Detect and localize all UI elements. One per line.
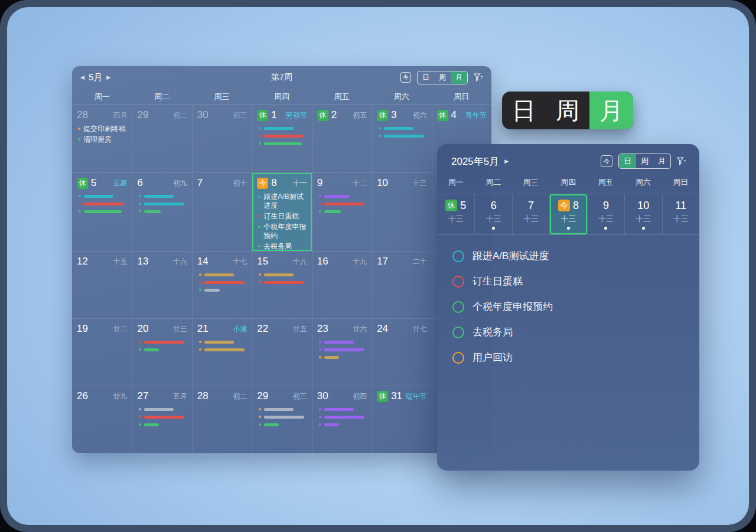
event-bar[interactable]: [139, 194, 187, 198]
calendar-day-cell[interactable]: 21小满: [192, 318, 252, 386]
event-bar[interactable]: [79, 194, 127, 198]
calendar-day-cell[interactable]: 9十二: [312, 172, 372, 251]
event-bar[interactable]: [139, 340, 187, 344]
panel-day-cell[interactable]: 10十三: [624, 194, 662, 234]
event-bar[interactable]: [319, 355, 367, 359]
calendar-day-cell[interactable]: 6初九: [132, 172, 191, 251]
calendar-day-cell[interactable]: 30初三: [192, 105, 252, 172]
calendar-day-cell[interactable]: 13十六: [132, 251, 191, 318]
calendar-day-cell[interactable]: 29初三: [252, 386, 311, 453]
event-bar[interactable]: [139, 415, 187, 419]
calendar-day-cell[interactable]: 休1劳动节: [252, 105, 311, 172]
panel-view-option[interactable]: 日: [619, 154, 636, 168]
event-bar[interactable]: [259, 126, 307, 130]
event-bar[interactable]: [139, 202, 187, 205]
task-item[interactable]: 个税年度申报预约: [452, 300, 684, 314]
calendar-day-cell[interactable]: 15十八: [252, 251, 311, 318]
calendar-day-cell[interactable]: 休5立夏: [72, 172, 132, 251]
task-item[interactable]: 去税务局: [452, 325, 684, 339]
view-option[interactable]: 日: [418, 71, 434, 84]
callout-option[interactable]: 周: [546, 92, 589, 129]
event-bar[interactable]: [199, 288, 247, 292]
calendar-day-cell[interactable]: 休3初六: [372, 105, 431, 172]
event-bar[interactable]: [259, 407, 307, 411]
filter-icon[interactable]: [474, 73, 483, 81]
event-bar[interactable]: [319, 202, 367, 205]
calendar-day-cell[interactable]: 28四月提交印刷终稿清理厨房: [72, 105, 132, 172]
event-bar[interactable]: [259, 423, 307, 426]
panel-day-cell[interactable]: 11十三: [662, 194, 699, 234]
panel-view-option[interactable]: 月: [653, 154, 670, 168]
event-bar[interactable]: [139, 210, 187, 213]
calendar-day-cell[interactable]: 23廿六: [312, 318, 372, 386]
event-bar[interactable]: [139, 348, 187, 351]
panel-next-icon[interactable]: ▶: [504, 158, 509, 164]
panel-today-button[interactable]: 今: [601, 155, 612, 167]
panel-day-cell[interactable]: 6十三: [474, 194, 511, 234]
calendar-day-cell[interactable]: 27五月: [132, 386, 191, 453]
calendar-day-cell[interactable]: 22廿五: [252, 318, 311, 386]
cell-task[interactable]: 去税务局: [258, 242, 307, 251]
task-checkbox[interactable]: [452, 327, 464, 338]
callout-option[interactable]: 日: [502, 92, 546, 129]
event-bar[interactable]: [259, 280, 307, 284]
event-bar[interactable]: [259, 273, 307, 276]
calendar-day-cell[interactable]: 7初十: [192, 172, 252, 251]
calendar-day-cell[interactable]: 20廿三: [132, 318, 191, 386]
event-bar[interactable]: [319, 210, 367, 213]
calendar-day-cell[interactable]: 休2初五: [312, 105, 372, 172]
task-item[interactable]: 跟进A/B测试进度: [452, 249, 684, 263]
panel-day-cell[interactable]: 9十三: [587, 194, 624, 234]
cell-task[interactable]: 跟进A/B测试进度: [258, 192, 307, 210]
event-bar[interactable]: [79, 202, 127, 205]
calendar-day-cell[interactable]: 10十三: [372, 172, 431, 251]
task-checkbox[interactable]: [452, 352, 464, 364]
event-bar[interactable]: [259, 142, 307, 145]
event-bar[interactable]: [379, 134, 426, 138]
panel-view-option[interactable]: 周: [636, 154, 653, 168]
event-bar[interactable]: [199, 273, 247, 276]
event-bar[interactable]: [79, 210, 127, 213]
cell-task[interactable]: 订生日蛋糕: [258, 212, 307, 221]
event-bar[interactable]: [319, 407, 367, 411]
calendar-day-cell[interactable]: 19廿二: [72, 318, 132, 386]
event-bar[interactable]: [199, 280, 247, 284]
calendar-day-cell[interactable]: 17二十: [372, 251, 431, 318]
event-bar[interactable]: [259, 415, 307, 419]
cell-task[interactable]: 提交印刷终稿: [78, 125, 127, 133]
cell-task[interactable]: 清理厨房: [78, 135, 127, 144]
event-bar[interactable]: [379, 126, 426, 130]
calendar-day-cell[interactable]: 24廿七: [372, 318, 431, 386]
calendar-day-cell[interactable]: 30初四: [312, 386, 372, 453]
task-checkbox[interactable]: [452, 276, 464, 288]
task-checkbox[interactable]: [452, 250, 464, 262]
calendar-day-cell[interactable]: 12十五: [72, 251, 132, 318]
event-bar[interactable]: [319, 423, 367, 426]
cell-task[interactable]: 个税年度申报预约: [258, 223, 307, 240]
calendar-day-cell[interactable]: 26廿九: [72, 386, 132, 453]
calendar-day-cell[interactable]: 29初二: [132, 105, 191, 172]
today-button[interactable]: 今: [400, 72, 411, 83]
event-bar[interactable]: [319, 348, 367, 351]
calendar-day-cell[interactable]: 16十九: [312, 251, 372, 318]
task-item[interactable]: 订生日蛋糕: [452, 275, 684, 288]
callout-option[interactable]: 月: [589, 92, 633, 129]
calendar-day-cell[interactable]: 14十七: [192, 251, 252, 318]
event-bar[interactable]: [199, 340, 247, 344]
prev-month-icon[interactable]: ◀: [80, 74, 84, 80]
event-bar[interactable]: [259, 134, 307, 138]
event-bar[interactable]: [319, 194, 367, 198]
calendar-day-cell[interactable]: 休31端午节: [372, 386, 431, 453]
panel-filter-icon[interactable]: [677, 157, 686, 165]
event-bar[interactable]: [319, 415, 367, 419]
panel-day-cell[interactable]: 今8十三: [549, 194, 586, 234]
event-bar[interactable]: [199, 348, 247, 351]
event-bar[interactable]: [139, 407, 187, 411]
view-option[interactable]: 周: [434, 71, 451, 84]
event-bar[interactable]: [319, 340, 367, 344]
task-checkbox[interactable]: [452, 301, 464, 313]
panel-day-cell[interactable]: 休5十三: [437, 194, 474, 234]
event-bar[interactable]: [139, 423, 187, 426]
task-item[interactable]: 用户回访: [452, 351, 684, 364]
view-option[interactable]: 月: [451, 71, 467, 84]
